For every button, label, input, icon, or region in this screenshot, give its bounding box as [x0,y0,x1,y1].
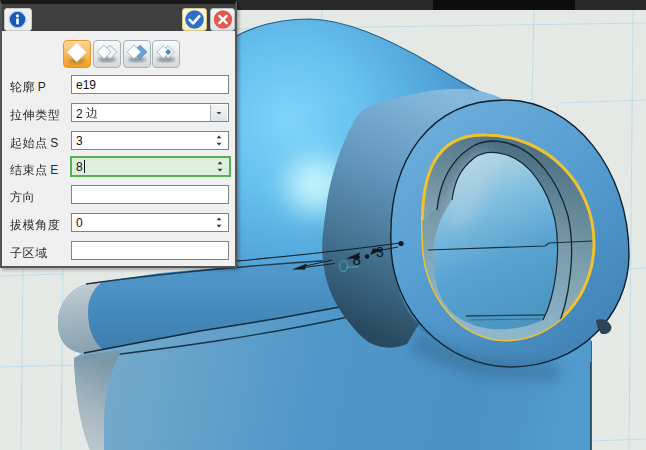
svg-text:3: 3 [376,244,384,260]
svg-text:8: 8 [353,251,361,268]
svg-text:P: P [38,80,46,94]
svg-text:S: S [50,136,58,150]
svg-text:E: E [50,163,58,177]
